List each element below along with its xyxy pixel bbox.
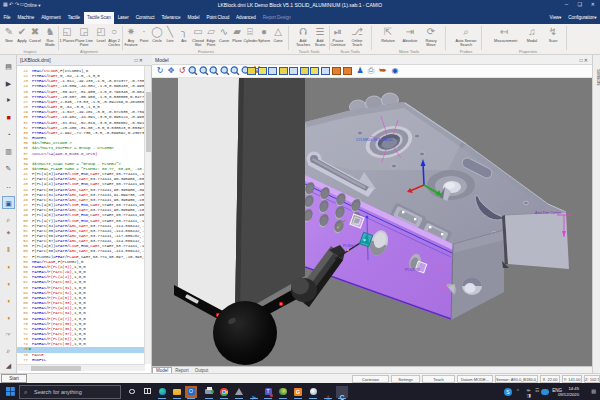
- svg-text:Axis Dim Corner: Axis Dim Corner: [535, 211, 562, 215]
- svg-text:PLNM02: PLNM02: [405, 268, 420, 272]
- svg-text:PLN№1: PLN№1: [343, 244, 357, 248]
- svg-text:CYLNR01 38.10 38.00: CYLNR01 38.10 38.00: [356, 138, 392, 142]
